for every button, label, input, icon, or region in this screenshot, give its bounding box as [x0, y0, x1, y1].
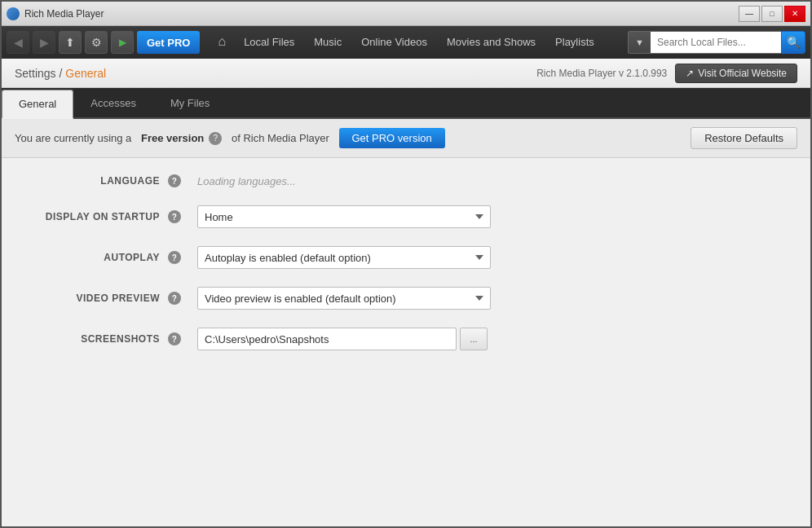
visit-official-website-button[interactable]: ↗ Visit Official Website	[675, 64, 797, 83]
android-button[interactable]: ▶	[111, 31, 134, 54]
close-button[interactable]: ✕	[784, 6, 805, 22]
external-link-icon: ↗	[686, 68, 694, 79]
video-preview-help-icon[interactable]: ?	[168, 292, 181, 305]
maximize-button[interactable]: □	[761, 6, 783, 22]
breadcrumb-right: Rich Media Player v 2.1.0.993 ↗ Visit Of…	[536, 64, 797, 83]
autoplay-label: AUTOPLAY ?	[34, 251, 181, 264]
title-bar-title: Rich Media Player	[24, 8, 104, 20]
toolbar-nav-playlists[interactable]: Playlists	[545, 26, 604, 59]
up-button[interactable]: ⬆	[59, 31, 82, 54]
breadcrumb-prefix: Settings /	[15, 67, 65, 80]
info-banner: You are currently using a Free version ?…	[2, 119, 810, 158]
language-loading-text: Loading languages...	[197, 175, 296, 187]
search-input[interactable]	[651, 31, 781, 54]
banner-suffix-text: of Rich Media Player	[232, 132, 329, 144]
back-button[interactable]: ◀	[7, 31, 29, 54]
get-pro-banner-button[interactable]: Get PRO version	[339, 128, 445, 148]
settings-form: LANGUAGE ? Loading languages... DISPLAY …	[2, 158, 810, 385]
video-preview-label: VIDEO PREVIEW ?	[34, 292, 181, 305]
screenshots-help-icon[interactable]: ?	[168, 332, 181, 345]
screenshots-label: SCREENSHOTS ?	[34, 332, 181, 345]
language-control: Loading languages...	[197, 175, 491, 187]
get-pro-toolbar-button[interactable]: Get PRO	[137, 31, 200, 54]
tabs-bar: General Accesses My Files	[2, 88, 810, 119]
search-type-dropdown[interactable]: ▼	[628, 31, 651, 54]
title-bar: Rich Media Player — □ ✕	[2, 2, 810, 26]
breadcrumb-bar: Settings / General Rich Media Player v 2…	[2, 59, 810, 88]
window-controls: — □ ✕	[739, 6, 805, 22]
info-banner-left: You are currently using a Free version ?…	[15, 128, 445, 148]
video-preview-select[interactable]: Video preview is enabled (default option…	[197, 287, 491, 310]
toolbar-nav-movies-shows[interactable]: Movies and Shows	[437, 26, 545, 59]
version-text: Rich Media Player v 2.1.0.993	[536, 68, 667, 79]
display-on-startup-label: DISPLAY ON STARTUP ?	[34, 210, 181, 223]
content-area: You are currently using a Free version ?…	[2, 119, 810, 526]
banner-prefix-text: You are currently using a	[15, 132, 131, 144]
tab-general[interactable]: General	[2, 90, 73, 119]
breadcrumb: Settings / General	[15, 67, 106, 80]
screenshots-path-group: ...	[197, 328, 491, 350]
minimize-button[interactable]: —	[739, 6, 760, 22]
restore-defaults-button[interactable]: Restore Defaults	[691, 127, 797, 149]
screenshots-row: SCREENSHOTS ? ...	[34, 328, 778, 350]
language-row: LANGUAGE ? Loading languages...	[34, 174, 778, 187]
tab-my-files[interactable]: My Files	[153, 88, 227, 117]
toolbar-nav-local-files[interactable]: Local Files	[234, 26, 304, 59]
display-on-startup-select[interactable]: Home Local Files Music Online Videos	[197, 205, 491, 228]
language-label: LANGUAGE ?	[34, 174, 181, 187]
toolbar-nav-music[interactable]: Music	[304, 26, 351, 59]
autoplay-help-icon[interactable]: ?	[168, 251, 181, 264]
free-version-label: Free version	[141, 132, 204, 144]
video-preview-control: Video preview is enabled (default option…	[197, 287, 491, 310]
autoplay-control: Autoplay is enabled (default option) Aut…	[197, 246, 491, 269]
forward-button[interactable]: ▶	[33, 31, 55, 54]
settings-button[interactable]: ⚙	[85, 31, 108, 54]
language-help-icon[interactable]: ?	[168, 174, 181, 187]
app-icon	[7, 7, 20, 20]
search-button[interactable]: 🔍	[781, 31, 805, 54]
search-area: ▼ 🔍	[628, 31, 805, 54]
toolbar: ◀ ▶ ⬆ ⚙ ▶ Get PRO ⌂ Local Files Music On…	[2, 26, 810, 59]
display-on-startup-control: Home Local Files Music Online Videos	[197, 205, 491, 228]
toolbar-nav-online-videos[interactable]: Online Videos	[351, 26, 437, 59]
free-version-help-icon[interactable]: ?	[209, 132, 222, 145]
screenshots-control: ...	[197, 328, 491, 350]
screenshots-browse-button[interactable]: ...	[460, 328, 488, 350]
video-preview-row: VIDEO PREVIEW ? Video preview is enabled…	[34, 287, 778, 310]
display-on-startup-row: DISPLAY ON STARTUP ? Home Local Files Mu…	[34, 205, 778, 228]
display-on-startup-help-icon[interactable]: ?	[168, 210, 181, 223]
toolbar-nav-home[interactable]: ⌂	[210, 26, 234, 59]
breadcrumb-current: General	[65, 67, 106, 80]
screenshots-path-input[interactable]	[197, 328, 457, 350]
toolbar-nav: ⌂ Local Files Music Online Videos Movies…	[210, 26, 603, 59]
autoplay-select[interactable]: Autoplay is enabled (default option) Aut…	[197, 246, 491, 269]
tab-accesses[interactable]: Accesses	[73, 88, 153, 117]
autoplay-row: AUTOPLAY ? Autoplay is enabled (default …	[34, 246, 778, 269]
